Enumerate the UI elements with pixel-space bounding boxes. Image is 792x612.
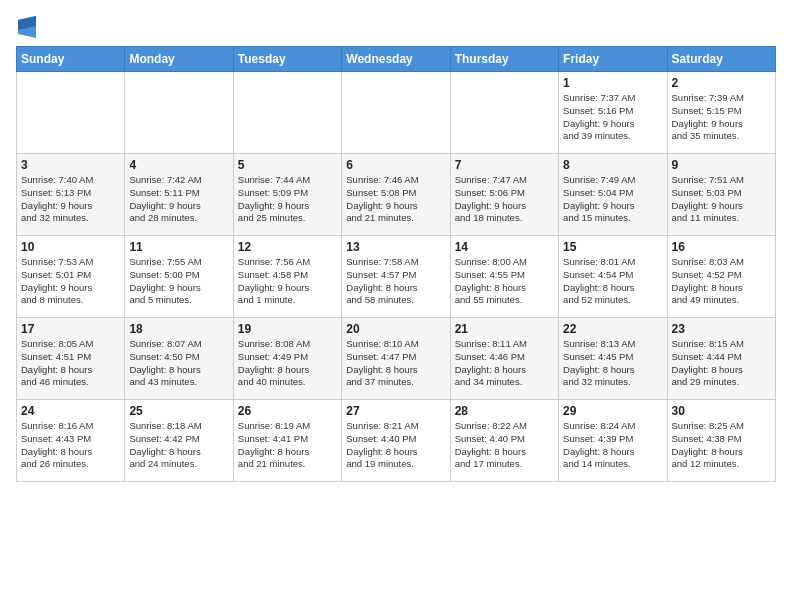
day-number: 18 [129, 322, 228, 336]
day-info: Sunrise: 8:21 AM Sunset: 4:40 PM Dayligh… [346, 420, 445, 471]
day-info: Sunrise: 8:24 AM Sunset: 4:39 PM Dayligh… [563, 420, 662, 471]
day-info: Sunrise: 7:53 AM Sunset: 5:01 PM Dayligh… [21, 256, 120, 307]
calendar: SundayMondayTuesdayWednesdayThursdayFrid… [16, 46, 776, 482]
day-info: Sunrise: 8:08 AM Sunset: 4:49 PM Dayligh… [238, 338, 337, 389]
week-row-2: 3Sunrise: 7:40 AM Sunset: 5:13 PM Daylig… [17, 154, 776, 236]
day-cell: 18Sunrise: 8:07 AM Sunset: 4:50 PM Dayli… [125, 318, 233, 400]
day-cell [450, 72, 558, 154]
day-cell: 26Sunrise: 8:19 AM Sunset: 4:41 PM Dayli… [233, 400, 341, 482]
day-info: Sunrise: 8:15 AM Sunset: 4:44 PM Dayligh… [672, 338, 771, 389]
day-cell: 9Sunrise: 7:51 AM Sunset: 5:03 PM Daylig… [667, 154, 775, 236]
day-info: Sunrise: 8:05 AM Sunset: 4:51 PM Dayligh… [21, 338, 120, 389]
day-number: 11 [129, 240, 228, 254]
day-number: 2 [672, 76, 771, 90]
day-info: Sunrise: 8:03 AM Sunset: 4:52 PM Dayligh… [672, 256, 771, 307]
day-cell: 19Sunrise: 8:08 AM Sunset: 4:49 PM Dayli… [233, 318, 341, 400]
weekday-header-tuesday: Tuesday [233, 47, 341, 72]
day-cell: 29Sunrise: 8:24 AM Sunset: 4:39 PM Dayli… [559, 400, 667, 482]
day-cell: 7Sunrise: 7:47 AM Sunset: 5:06 PM Daylig… [450, 154, 558, 236]
day-cell: 17Sunrise: 8:05 AM Sunset: 4:51 PM Dayli… [17, 318, 125, 400]
day-number: 26 [238, 404, 337, 418]
day-number: 25 [129, 404, 228, 418]
week-row-1: 1Sunrise: 7:37 AM Sunset: 5:16 PM Daylig… [17, 72, 776, 154]
day-cell [233, 72, 341, 154]
day-info: Sunrise: 7:37 AM Sunset: 5:16 PM Dayligh… [563, 92, 662, 143]
weekday-header-sunday: Sunday [17, 47, 125, 72]
day-info: Sunrise: 7:58 AM Sunset: 4:57 PM Dayligh… [346, 256, 445, 307]
logo [16, 20, 36, 38]
weekday-header-friday: Friday [559, 47, 667, 72]
day-number: 21 [455, 322, 554, 336]
day-number: 13 [346, 240, 445, 254]
day-cell: 11Sunrise: 7:55 AM Sunset: 5:00 PM Dayli… [125, 236, 233, 318]
day-cell [125, 72, 233, 154]
weekday-header-thursday: Thursday [450, 47, 558, 72]
day-number: 17 [21, 322, 120, 336]
day-number: 14 [455, 240, 554, 254]
day-cell: 14Sunrise: 8:00 AM Sunset: 4:55 PM Dayli… [450, 236, 558, 318]
day-number: 29 [563, 404, 662, 418]
week-row-3: 10Sunrise: 7:53 AM Sunset: 5:01 PM Dayli… [17, 236, 776, 318]
day-info: Sunrise: 7:55 AM Sunset: 5:00 PM Dayligh… [129, 256, 228, 307]
day-number: 5 [238, 158, 337, 172]
day-info: Sunrise: 8:25 AM Sunset: 4:38 PM Dayligh… [672, 420, 771, 471]
day-number: 12 [238, 240, 337, 254]
day-cell: 10Sunrise: 7:53 AM Sunset: 5:01 PM Dayli… [17, 236, 125, 318]
day-info: Sunrise: 7:46 AM Sunset: 5:08 PM Dayligh… [346, 174, 445, 225]
day-info: Sunrise: 8:01 AM Sunset: 4:54 PM Dayligh… [563, 256, 662, 307]
calendar-body: 1Sunrise: 7:37 AM Sunset: 5:16 PM Daylig… [17, 72, 776, 482]
day-cell: 3Sunrise: 7:40 AM Sunset: 5:13 PM Daylig… [17, 154, 125, 236]
day-cell: 21Sunrise: 8:11 AM Sunset: 4:46 PM Dayli… [450, 318, 558, 400]
day-cell: 30Sunrise: 8:25 AM Sunset: 4:38 PM Dayli… [667, 400, 775, 482]
weekday-row: SundayMondayTuesdayWednesdayThursdayFrid… [17, 47, 776, 72]
day-cell: 8Sunrise: 7:49 AM Sunset: 5:04 PM Daylig… [559, 154, 667, 236]
day-cell: 22Sunrise: 8:13 AM Sunset: 4:45 PM Dayli… [559, 318, 667, 400]
day-cell: 24Sunrise: 8:16 AM Sunset: 4:43 PM Dayli… [17, 400, 125, 482]
day-info: Sunrise: 8:19 AM Sunset: 4:41 PM Dayligh… [238, 420, 337, 471]
day-info: Sunrise: 8:22 AM Sunset: 4:40 PM Dayligh… [455, 420, 554, 471]
day-cell: 28Sunrise: 8:22 AM Sunset: 4:40 PM Dayli… [450, 400, 558, 482]
day-number: 23 [672, 322, 771, 336]
day-cell: 2Sunrise: 7:39 AM Sunset: 5:15 PM Daylig… [667, 72, 775, 154]
week-row-4: 17Sunrise: 8:05 AM Sunset: 4:51 PM Dayli… [17, 318, 776, 400]
day-info: Sunrise: 7:39 AM Sunset: 5:15 PM Dayligh… [672, 92, 771, 143]
day-info: Sunrise: 8:07 AM Sunset: 4:50 PM Dayligh… [129, 338, 228, 389]
day-info: Sunrise: 7:42 AM Sunset: 5:11 PM Dayligh… [129, 174, 228, 225]
day-info: Sunrise: 7:51 AM Sunset: 5:03 PM Dayligh… [672, 174, 771, 225]
day-number: 1 [563, 76, 662, 90]
day-cell: 15Sunrise: 8:01 AM Sunset: 4:54 PM Dayli… [559, 236, 667, 318]
day-info: Sunrise: 8:13 AM Sunset: 4:45 PM Dayligh… [563, 338, 662, 389]
day-cell [342, 72, 450, 154]
day-cell: 20Sunrise: 8:10 AM Sunset: 4:47 PM Dayli… [342, 318, 450, 400]
day-number: 10 [21, 240, 120, 254]
week-row-5: 24Sunrise: 8:16 AM Sunset: 4:43 PM Dayli… [17, 400, 776, 482]
day-number: 3 [21, 158, 120, 172]
day-info: Sunrise: 7:49 AM Sunset: 5:04 PM Dayligh… [563, 174, 662, 225]
day-number: 27 [346, 404, 445, 418]
day-number: 8 [563, 158, 662, 172]
page: SundayMondayTuesdayWednesdayThursdayFrid… [0, 0, 792, 492]
calendar-header: SundayMondayTuesdayWednesdayThursdayFrid… [17, 47, 776, 72]
day-cell: 4Sunrise: 7:42 AM Sunset: 5:11 PM Daylig… [125, 154, 233, 236]
day-number: 16 [672, 240, 771, 254]
day-number: 9 [672, 158, 771, 172]
day-cell: 6Sunrise: 7:46 AM Sunset: 5:08 PM Daylig… [342, 154, 450, 236]
day-number: 24 [21, 404, 120, 418]
day-cell [17, 72, 125, 154]
day-info: Sunrise: 7:47 AM Sunset: 5:06 PM Dayligh… [455, 174, 554, 225]
day-info: Sunrise: 8:18 AM Sunset: 4:42 PM Dayligh… [129, 420, 228, 471]
day-cell: 16Sunrise: 8:03 AM Sunset: 4:52 PM Dayli… [667, 236, 775, 318]
day-number: 15 [563, 240, 662, 254]
header-row [16, 16, 776, 38]
day-info: Sunrise: 7:56 AM Sunset: 4:58 PM Dayligh… [238, 256, 337, 307]
day-info: Sunrise: 7:40 AM Sunset: 5:13 PM Dayligh… [21, 174, 120, 225]
weekday-header-wednesday: Wednesday [342, 47, 450, 72]
day-number: 4 [129, 158, 228, 172]
day-number: 7 [455, 158, 554, 172]
day-number: 30 [672, 404, 771, 418]
day-info: Sunrise: 8:11 AM Sunset: 4:46 PM Dayligh… [455, 338, 554, 389]
weekday-header-monday: Monday [125, 47, 233, 72]
day-cell: 27Sunrise: 8:21 AM Sunset: 4:40 PM Dayli… [342, 400, 450, 482]
weekday-header-saturday: Saturday [667, 47, 775, 72]
day-cell: 1Sunrise: 7:37 AM Sunset: 5:16 PM Daylig… [559, 72, 667, 154]
